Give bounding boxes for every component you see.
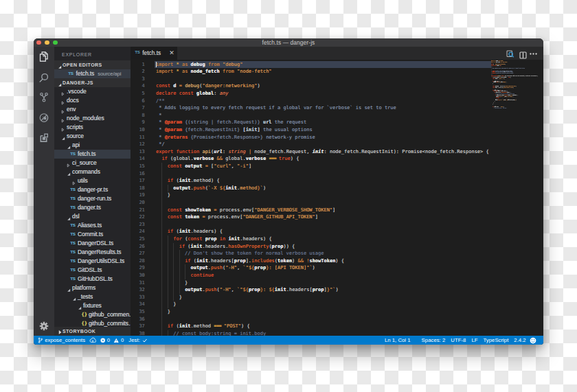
- file-path-detail: source/api: [98, 71, 121, 77]
- gear-icon[interactable]: [39, 321, 49, 334]
- tree-item-_tests[interactable]: _tests: [54, 292, 131, 301]
- chevron-collapsed-icon: [72, 179, 76, 183]
- typescript-file-icon: TS: [135, 50, 139, 54]
- typescript-file-icon: TS: [69, 69, 73, 78]
- tree-item-DangerUtilsDSLts[interactable]: TS DangerUtilsDSL.ts: [54, 257, 131, 266]
- typescript-file-icon: TS: [70, 194, 75, 203]
- smiley-icon[interactable]: [530, 337, 536, 344]
- extensions-icon[interactable]: [38, 132, 49, 146]
- status-encoding-setting[interactable]: UTF-8: [451, 337, 466, 343]
- status-eol-setting[interactable]: LF: [471, 337, 477, 343]
- tree-item-danger-runts[interactable]: TS danger-run.ts: [54, 194, 131, 203]
- tree-item-fixtures[interactable]: fixtures: [54, 301, 131, 310]
- chevron-expanded-icon: [58, 63, 62, 67]
- text-cursor: [156, 62, 157, 68]
- tree-item-github_commen[interactable]: {} github_commen..: [54, 310, 131, 319]
- chevron-expanded-icon: [58, 81, 62, 85]
- source-control-icon[interactable]: [38, 92, 49, 105]
- editor-group: TS fetch.ts ✕ 1import * as debug from "d…: [131, 47, 543, 336]
- status-cursor-position[interactable]: Ln 1, Col 1: [385, 337, 411, 343]
- explorer-title: EXPLORER: [62, 51, 92, 59]
- explorer-icon[interactable]: [38, 51, 49, 65]
- problems-indicator[interactable]: 00: [100, 337, 124, 343]
- vscode-window: fetch.ts — danger-js EXPLORER OPEN EDITO…: [34, 38, 544, 345]
- git-branch-indicator[interactable]: expose_contents: [38, 337, 85, 344]
- chevron-collapsed-icon: [67, 161, 71, 165]
- chevron-expanded-icon: [78, 304, 82, 308]
- tree-item-DangerDSLts[interactable]: TS DangerDSL.ts: [54, 239, 131, 248]
- typescript-file-icon: TS: [70, 275, 75, 284]
- tree-item-GitHubDSLts[interactable]: TS GitHubDSL.ts: [54, 275, 131, 284]
- titlebar: fetch.ts — danger-js: [34, 38, 544, 47]
- debug-icon[interactable]: [38, 113, 49, 126]
- tree-item-api[interactable]: api: [54, 141, 131, 150]
- typescript-file-icon: TS: [70, 239, 75, 248]
- chevron-collapsed-icon: [58, 329, 62, 333]
- sidebar-explorer: EXPLORER OPEN EDITORS TS fetch.tssource/…: [54, 47, 131, 336]
- tree-item-dangerts[interactable]: TS danger.ts: [54, 203, 131, 212]
- tree-item-GitDSLts[interactable]: TS GitDSL.ts: [54, 266, 131, 275]
- typescript-file-icon: TS: [70, 150, 75, 159]
- chevron-collapsed-icon: [61, 90, 65, 94]
- chevron-collapsed-icon: [61, 108, 65, 112]
- minimap[interactable]: import * as debug from "debug"import * a…: [491, 60, 544, 115]
- tab-fetch-ts[interactable]: TS fetch.ts ✕: [131, 47, 177, 60]
- sync-changes-button[interactable]: [89, 337, 96, 343]
- tree-item-ci_source[interactable]: ci_source: [54, 159, 131, 168]
- chevron-collapsed-icon: [61, 126, 65, 130]
- main-area: EXPLORER OPEN EDITORS TS fetch.tssource/…: [34, 47, 544, 336]
- tree-item-danger-prts[interactable]: TS danger-pr.ts: [54, 185, 131, 194]
- status-right: Ln 1, Col 1Spaces: 2UTF-8LFTypeScript2.4…: [385, 336, 536, 345]
- tree-item-docs[interactable]: docs: [54, 96, 131, 105]
- tree-item-dsl[interactable]: dsl: [54, 212, 131, 221]
- chevron-expanded-icon: [72, 295, 76, 299]
- activity-bar: [34, 47, 54, 336]
- tree-item-vscode[interactable]: .vscode: [54, 87, 131, 96]
- tree-item-utils[interactable]: utils: [54, 176, 131, 185]
- section-danger-js[interactable]: DANGER-JS: [54, 78, 131, 87]
- open-editor-item-fetch-ts[interactable]: TS fetch.tssource/api: [54, 69, 131, 78]
- chevron-expanded-icon: [67, 286, 71, 290]
- typescript-file-icon: TS: [70, 266, 75, 275]
- chevron-expanded-icon: [61, 135, 65, 139]
- code-area[interactable]: 1import * as debug from "debug"2import *…: [131, 60, 543, 336]
- status-language-mode[interactable]: TypeScript: [484, 337, 509, 343]
- jest-status[interactable]: Jest:: [128, 337, 147, 343]
- tree-item-Aliasests[interactable]: TS Aliases.ts: [54, 221, 131, 230]
- tab-bar: TS fetch.ts ✕: [131, 47, 543, 60]
- section-storybook[interactable]: STORYBOOK: [54, 327, 131, 336]
- close-tab-icon[interactable]: ✕: [169, 47, 174, 60]
- tree-item-source[interactable]: source: [54, 132, 131, 141]
- tree-item-env[interactable]: env: [54, 105, 131, 114]
- typescript-file-icon: TS: [70, 230, 75, 239]
- json-file-icon: {}: [81, 310, 87, 319]
- tree-item-platforms[interactable]: platforms: [54, 284, 131, 292]
- chevron-expanded-icon: [67, 170, 71, 174]
- tree-item-commands[interactable]: commands: [54, 168, 131, 176]
- typescript-file-icon: TS: [70, 221, 75, 230]
- chevron-expanded-icon: [67, 215, 71, 219]
- tree-item-scripts[interactable]: scripts: [54, 123, 131, 132]
- section-open-editors[interactable]: OPEN EDITORS: [54, 60, 131, 69]
- chevron-collapsed-icon: [61, 117, 65, 121]
- typescript-file-icon: TS: [70, 248, 75, 257]
- tree-item-Committs[interactable]: TS Commit.ts: [54, 230, 131, 239]
- chevron-expanded-icon: [67, 143, 71, 148]
- status-indentation-setting[interactable]: Spaces: 2: [422, 337, 446, 343]
- window-title: fetch.ts — danger-js: [34, 38, 544, 47]
- chevron-collapsed-icon: [61, 99, 65, 103]
- tab-label: fetch.ts: [142, 47, 161, 60]
- transparent-checkerboard-background: fetch.ts — danger-js EXPLORER OPEN EDITO…: [0, 0, 577, 392]
- status-bar: expose_contents00Jest: Ln 1, Col 1Spaces…: [34, 336, 544, 345]
- tree-item-node_modules[interactable]: node_modules: [54, 114, 131, 123]
- status-left: expose_contents00Jest:: [38, 336, 148, 345]
- typescript-file-icon: TS: [70, 203, 75, 212]
- typescript-file-icon: TS: [70, 257, 75, 266]
- status-typescript-version[interactable]: 2.4.2: [514, 337, 525, 343]
- tree-item-DangerResultsts[interactable]: TS DangerResults.ts: [54, 248, 131, 257]
- typescript-file-icon: TS: [70, 185, 75, 194]
- tree-item-fetchts[interactable]: TS fetch.ts: [54, 150, 131, 159]
- search-icon[interactable]: [38, 72, 49, 86]
